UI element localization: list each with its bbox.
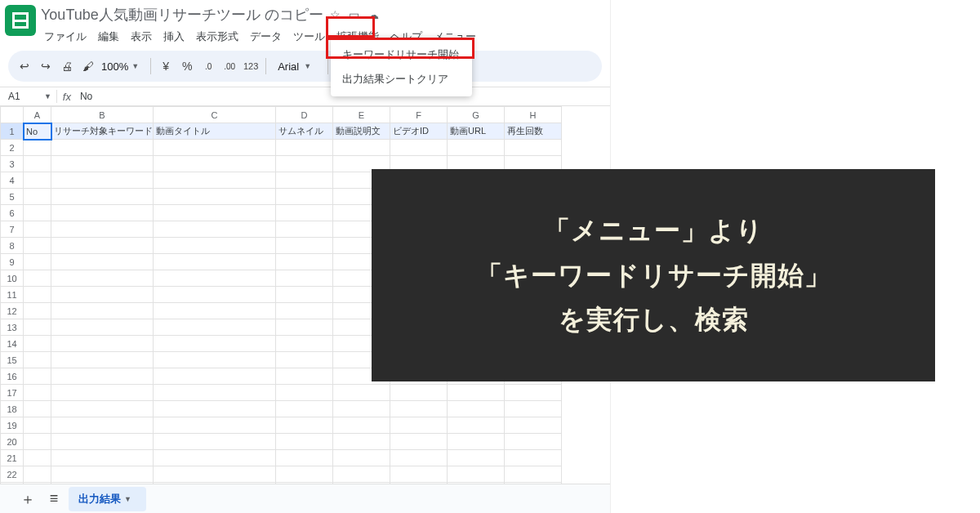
cell[interactable] [276, 401, 333, 417]
cell[interactable] [24, 368, 51, 385]
cell[interactable] [390, 401, 448, 417]
undo-icon[interactable]: ↩ [16, 58, 33, 74]
cell[interactable]: リサーチ対象キーワード [51, 123, 154, 140]
cell[interactable] [276, 156, 333, 172]
cell[interactable] [276, 189, 333, 205]
cell[interactable]: サムネイル [276, 123, 333, 140]
cell[interactable] [276, 434, 333, 450]
cell[interactable] [448, 434, 505, 450]
cell[interactable] [51, 156, 154, 172]
cell[interactable] [333, 385, 390, 401]
cell[interactable]: 動画URL [448, 123, 505, 140]
cell[interactable] [24, 205, 51, 221]
cell[interactable] [24, 352, 51, 368]
row-header[interactable]: 20 [1, 434, 24, 450]
cell[interactable] [154, 352, 276, 368]
cell[interactable] [154, 287, 276, 303]
col-header[interactable]: F [390, 107, 448, 123]
zoom-select[interactable]: 100%▼ [101, 60, 144, 73]
add-sheet-button[interactable]: ＋ [16, 488, 39, 511]
cell[interactable] [154, 401, 276, 417]
row-header[interactable]: 4 [1, 172, 24, 189]
menu-tools[interactable]: ツール [290, 28, 328, 46]
doc-title[interactable]: YouTube人気動画リサーチツール のコピー [41, 5, 323, 25]
cell[interactable] [51, 221, 154, 238]
row-header[interactable]: 17 [1, 385, 24, 401]
col-header[interactable]: G [448, 107, 505, 123]
star-icon[interactable]: ☆ [330, 8, 341, 21]
cell[interactable] [276, 287, 333, 303]
move-icon[interactable]: ▭ [349, 8, 359, 21]
font-select[interactable]: Arial▼ [273, 59, 321, 74]
row-header[interactable]: 22 [1, 466, 24, 483]
cell[interactable] [51, 238, 154, 254]
cell[interactable] [51, 287, 154, 303]
cell[interactable] [24, 319, 51, 336]
cell[interactable] [276, 303, 333, 319]
cell[interactable] [51, 303, 154, 319]
row-header[interactable]: 2 [1, 140, 24, 156]
cell[interactable] [24, 140, 51, 156]
cell[interactable] [51, 368, 154, 385]
cell[interactable] [333, 450, 390, 466]
row-header[interactable]: 12 [1, 303, 24, 319]
cell[interactable] [154, 156, 276, 172]
cell[interactable] [505, 401, 562, 417]
row-header[interactable]: 13 [1, 319, 24, 336]
cell[interactable] [276, 368, 333, 385]
cell[interactable] [154, 336, 276, 352]
cell[interactable] [154, 205, 276, 221]
cell[interactable] [24, 401, 51, 417]
menu-view[interactable]: 表示 [127, 28, 155, 46]
cell[interactable] [51, 172, 154, 189]
row-header[interactable]: 5 [1, 189, 24, 205]
col-header[interactable]: C [154, 107, 276, 123]
row-header[interactable]: 21 [1, 450, 24, 466]
cell[interactable] [154, 450, 276, 466]
cell[interactable] [154, 303, 276, 319]
row-header[interactable]: 7 [1, 221, 24, 238]
row-header[interactable]: 10 [1, 270, 24, 287]
cell[interactable] [51, 270, 154, 287]
cell[interactable] [276, 270, 333, 287]
cell[interactable] [333, 434, 390, 450]
row-header[interactable]: 6 [1, 205, 24, 221]
menu-item-keyword-research[interactable]: キーワードリサーチ開始 [331, 42, 472, 67]
cell[interactable]: No [24, 123, 51, 140]
cell[interactable] [24, 221, 51, 238]
cell[interactable] [24, 417, 51, 434]
cell[interactable] [276, 254, 333, 270]
cell[interactable] [390, 140, 448, 156]
decrease-decimal-button[interactable]: .0 [200, 58, 216, 74]
cell[interactable] [333, 140, 390, 156]
cell[interactable] [51, 434, 154, 450]
cell[interactable] [24, 172, 51, 189]
cell[interactable]: 動画タイトル [154, 123, 276, 140]
cell[interactable] [24, 254, 51, 270]
percent-button[interactable]: % [179, 58, 195, 74]
cell[interactable] [24, 287, 51, 303]
menu-file[interactable]: ファイル [41, 28, 90, 46]
cell[interactable] [154, 434, 276, 450]
cell[interactable] [24, 450, 51, 466]
cell[interactable] [390, 450, 448, 466]
cell[interactable] [154, 172, 276, 189]
cell[interactable] [24, 156, 51, 172]
row-header[interactable]: 11 [1, 287, 24, 303]
cell[interactable] [51, 336, 154, 352]
row-header[interactable]: 19 [1, 417, 24, 434]
cell[interactable] [154, 368, 276, 385]
cell[interactable] [51, 466, 154, 483]
col-header[interactable]: D [276, 107, 333, 123]
cell[interactable] [154, 238, 276, 254]
cell[interactable] [276, 466, 333, 483]
cell[interactable] [24, 434, 51, 450]
cell[interactable] [276, 450, 333, 466]
menu-edit[interactable]: 編集 [95, 28, 122, 46]
cell[interactable] [276, 172, 333, 189]
cell[interactable] [51, 205, 154, 221]
cell[interactable] [390, 434, 448, 450]
cell[interactable] [51, 450, 154, 466]
col-header[interactable]: A [24, 107, 51, 123]
row-header[interactable]: 9 [1, 254, 24, 270]
